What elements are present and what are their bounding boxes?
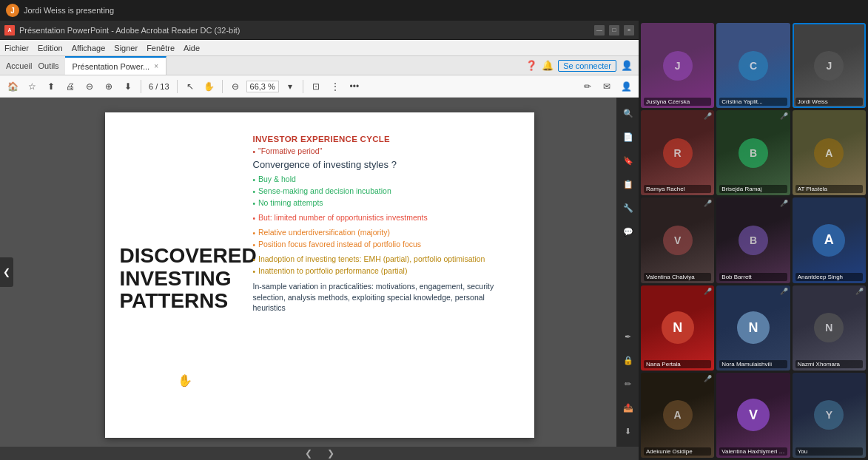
tab-home[interactable]: Accueil	[6, 61, 32, 70]
participant-video-at: A	[793, 110, 866, 195]
edit-sidebar-btn[interactable]: ✏	[619, 374, 638, 393]
participant-tile-nora[interactable]: N🎤Nora Mamulaishvili	[716, 285, 790, 371]
tab-presentation[interactable]: Présentation Power... ×	[65, 56, 166, 75]
participant-face-ramya: R	[663, 138, 693, 168]
pdf-content-area: ❮ DISCOVEREDINVESTINGPATTERNS INVESTOR E…	[0, 98, 639, 447]
bookmarks-sidebar-btn[interactable]: 🔖	[619, 151, 638, 170]
participant-name-valentinah: Valentina Haxhlymeri (X...	[719, 447, 787, 456]
avatar-initial: J	[10, 7, 15, 15]
menu-aide[interactable]: Aide	[184, 44, 200, 53]
bullet-limited: But: limited number of opportunistics in…	[253, 213, 519, 223]
comment-sidebar-btn[interactable]: 💬	[619, 222, 638, 241]
participant-tile-valentinah[interactable]: VValentina Haxhlymeri (X...	[716, 373, 790, 458]
participant-video-adekunle: A	[641, 373, 714, 458]
formative-period: "Formative period"	[258, 146, 322, 157]
menu-signer[interactable]: Signer	[114, 44, 138, 53]
zoom-in-btn[interactable]: ⊕	[101, 78, 117, 95]
window-controls[interactable]: — □ ×	[594, 25, 634, 35]
minimize-button[interactable]: —	[594, 25, 605, 35]
participant-video-anant: A	[793, 197, 866, 283]
help-icon[interactable]: ❓	[525, 60, 537, 71]
close-button[interactable]: ×	[624, 25, 634, 35]
scroll-mode-btn[interactable]: ⋮	[327, 78, 343, 95]
toolbar-sep-3	[222, 80, 223, 93]
participant-face-at: A	[814, 138, 844, 168]
participants-panel: JJustyna CzerskaCCristina Yaplit...JJord…	[639, 21, 868, 460]
menu-fichier[interactable]: Fichier	[4, 44, 29, 53]
side-toolbar: 🔍 📄 🔖 📋 🔧 💬 ✒ 🔒 ✏ 📤 ⬇	[616, 98, 639, 447]
zoom-level[interactable]: 66,3 %	[246, 81, 279, 92]
layers-sidebar-btn[interactable]: 📋	[619, 175, 638, 194]
participant-face-valentina: V	[663, 226, 693, 255]
bottom-prev-btn[interactable]: ❮	[297, 448, 320, 459]
more-btn[interactable]: •••	[346, 78, 363, 95]
zoom-expand-btn[interactable]: ▾	[282, 78, 298, 95]
menu-edition[interactable]: Edition	[38, 44, 63, 53]
red-bullet-list: But: limited number of opportunistics in…	[253, 213, 519, 223]
nav-bottom-btn[interactable]: ⬇	[619, 422, 638, 441]
participant-name-nora: Nora Mamulaishvili	[719, 360, 787, 368]
bookmark-btn[interactable]: ☆	[24, 78, 40, 95]
prev-page-arrow[interactable]: ❮	[0, 257, 13, 287]
email-btn[interactable]: ✉	[599, 78, 615, 95]
share-sidebar-btn[interactable]: 📤	[619, 398, 638, 417]
participant-tile-justyna[interactable]: JJustyna Czerska	[641, 23, 714, 108]
zoom-reduce-btn[interactable]: ⊖	[227, 78, 243, 95]
participant-avatar-nora: N	[737, 311, 770, 344]
zoom-sidebar-btn[interactable]: 🔍	[619, 104, 638, 123]
connect-button[interactable]: Se connecter	[558, 60, 616, 72]
participant-face-jordi: J	[814, 51, 844, 81]
tools2-sidebar-btn[interactable]: 🔧	[619, 198, 638, 217]
sign-sidebar-btn[interactable]: ✒	[619, 327, 638, 346]
participant-tile-nazmi[interactable]: N🎤Nazmi Xhomara	[793, 285, 866, 371]
participant-tile-jordi[interactable]: JJordi Weiss	[793, 23, 866, 108]
scroll-down-btn[interactable]: ⬇	[120, 78, 136, 95]
participant-tile-at[interactable]: AAT Plastela	[793, 110, 866, 195]
green-bullet-list: Buy & hold Sense-making and decision inc…	[253, 175, 519, 209]
zoom-out-btn[interactable]: ⊖	[81, 78, 98, 95]
participant-name-justyna: Justyna Czerska	[644, 98, 711, 106]
participant-tile-adekunle[interactable]: A🎤Adekunle Osidipe	[641, 373, 714, 458]
tab-close-icon[interactable]: ×	[154, 62, 158, 70]
participant-name-jordi: Jordi Weiss	[795, 98, 863, 106]
menu-fenetre[interactable]: Fenêtre	[147, 44, 175, 53]
edit-pdf-btn[interactable]: ✏	[579, 78, 596, 95]
pages-sidebar-btn[interactable]: 📄	[619, 127, 638, 146]
participant-video-you: Y	[793, 373, 866, 458]
participant-face-justyna: J	[663, 51, 693, 81]
user-icon[interactable]: 👤	[621, 60, 633, 71]
bullet-position-focus: Position focus favored instead of portfo…	[253, 240, 519, 250]
home-toolbar-btn[interactable]: 🏠	[4, 78, 21, 95]
participant-face-you: Y	[814, 400, 844, 430]
cursor-tool-btn[interactable]: ↖	[182, 78, 198, 95]
page-counter: 6 / 13	[146, 82, 172, 91]
pdf-viewer: A Présentation PowerPoint - Adobe Acroba…	[0, 21, 639, 460]
participant-video-nora: N	[716, 285, 790, 371]
fit-page-btn[interactable]: ⊡	[308, 78, 324, 95]
bullet-sense-making: Sense-making and decision incubation	[253, 186, 519, 197]
participant-tile-brisejda[interactable]: B🎤Brisejda Ramaj	[716, 110, 790, 195]
participant-tile-you[interactable]: YYou	[793, 373, 866, 458]
print-btn[interactable]: 🖨	[62, 78, 78, 95]
bottom-next-btn[interactable]: ❯	[320, 448, 342, 459]
user-toolbar-btn[interactable]: 👤	[618, 78, 634, 95]
top-bar: J Jordi Weiss is presenting	[0, 0, 868, 21]
hand-tool-btn[interactable]: ✋	[201, 78, 218, 95]
participant-face-brisejda: B	[739, 138, 768, 168]
participant-tile-bob[interactable]: B🎤Bob Barrett	[716, 197, 790, 283]
maximize-button[interactable]: □	[609, 25, 619, 35]
participant-tile-valentina[interactable]: V🎤Valentina Chalviya	[641, 197, 714, 283]
tab-tools[interactable]: Outils	[38, 61, 58, 70]
slide-main-title: DISCOVEREDINVESTINGPATTERNS	[120, 245, 238, 313]
menu-affichage[interactable]: Affichage	[72, 44, 106, 53]
scroll-up-btn[interactable]: ⬆	[43, 78, 59, 95]
notification-icon[interactable]: 🔔	[542, 60, 554, 71]
page-total: 13	[160, 82, 169, 91]
protect-sidebar-btn[interactable]: 🔒	[619, 351, 638, 370]
participant-name-ramya: Ramya Rachel	[644, 185, 711, 193]
participant-tile-cristina[interactable]: CCristina Yaplit...	[716, 23, 790, 108]
participant-tile-ramya[interactable]: R🎤Ramya Rachel	[641, 110, 714, 195]
participant-tile-nana[interactable]: N🎤Nana Pertala	[641, 285, 714, 371]
participant-tile-anant[interactable]: AAnantdeep Singh	[793, 197, 866, 283]
bullet-inattention: Inattention to portfolio performance (pa…	[253, 266, 519, 277]
